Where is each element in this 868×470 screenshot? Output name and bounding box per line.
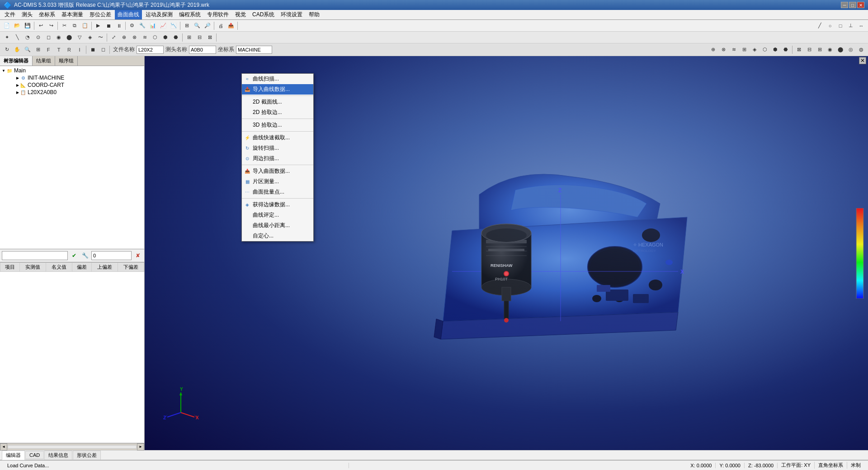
tb3-rotate[interactable]: ↻: [2, 45, 12, 55]
tb2-scan7[interactable]: ⬣: [171, 33, 181, 43]
tab-sequence[interactable]: 顺序组: [55, 56, 78, 66]
tb-print[interactable]: 🖨: [216, 21, 226, 31]
tb2-circle2[interactable]: ⊙: [33, 33, 43, 43]
tb3-iso[interactable]: I: [75, 45, 85, 55]
bottom-tab-shape[interactable]: 形状公差: [73, 451, 101, 460]
tb2-scan6[interactable]: ⬢: [160, 33, 170, 43]
tb-line[interactable]: ╱: [815, 21, 825, 31]
scroll-right-btn[interactable]: ►: [137, 443, 144, 451]
expand-coord[interactable]: ▶: [16, 83, 19, 87]
ctx-edge-data[interactable]: ◈ 获得边缘数据...: [242, 199, 313, 210]
tb2-curve[interactable]: 〜: [95, 33, 105, 43]
tb3-zoom[interactable]: 🔍: [23, 45, 33, 55]
meas-clear-btn[interactable]: ✘: [133, 251, 142, 260]
tb3-shade[interactable]: ◼: [88, 45, 98, 55]
tb3-r8[interactable]: ⬣: [781, 45, 791, 55]
menu-env[interactable]: 环境设置: [278, 10, 305, 19]
tb-export[interactable]: 📤: [226, 21, 236, 31]
expand-l20x2[interactable]: ▶: [16, 90, 19, 95]
expand-init[interactable]: ▶: [16, 76, 19, 80]
tb-pause[interactable]: ⏸: [114, 21, 124, 31]
tb3-top[interactable]: T: [54, 45, 64, 55]
meas-number-input[interactable]: [91, 251, 132, 260]
tb3-r15[interactable]: ◍: [856, 45, 866, 55]
tb3-front[interactable]: F: [43, 45, 53, 55]
tb-undo[interactable]: ↩: [36, 21, 46, 31]
tb3-r1[interactable]: ⊕: [708, 45, 718, 55]
tb-settings2[interactable]: 🔧: [137, 21, 147, 31]
tb-dim[interactable]: ↔: [856, 21, 866, 31]
tb-new[interactable]: 📄: [2, 21, 12, 31]
scroll-track[interactable]: [8, 445, 137, 449]
menu-file[interactable]: 文件: [2, 10, 18, 19]
tb-settings3[interactable]: 📊: [148, 21, 158, 31]
tb-stop[interactable]: ⏹: [104, 21, 113, 31]
tb-open[interactable]: 📂: [12, 21, 22, 31]
tb-zoom-out[interactable]: 🔎: [203, 21, 212, 31]
tb-cut[interactable]: ✂: [59, 21, 69, 31]
tb2-cone[interactable]: ▽: [75, 33, 85, 43]
minimize-button[interactable]: ─: [841, 2, 848, 8]
ctx-self-center[interactable]: 自定心...: [242, 231, 313, 241]
tab-results-group[interactable]: 结果组: [33, 56, 55, 66]
tb3-r11[interactable]: ⊞: [815, 45, 825, 55]
ctx-region-meas[interactable]: ▦ 片区测量...: [242, 176, 313, 187]
tb-zoom-fit[interactable]: ⊞: [182, 21, 192, 31]
tb2-sphere[interactable]: ◉: [54, 33, 64, 43]
ctx-rotate-scan[interactable]: ↻ 旋转扫描...: [242, 143, 313, 153]
tb3-pan[interactable]: ✋: [12, 45, 22, 55]
ctx-quick-extract[interactable]: ⚡ 曲线快速截取...: [242, 133, 313, 143]
tb3-r13[interactable]: ⬤: [835, 45, 845, 55]
ctx-curve-eval[interactable]: 曲线评定...: [242, 210, 313, 220]
ctx-2d-section[interactable]: 2D 截面线...: [242, 97, 313, 107]
probename-input[interactable]: [189, 46, 216, 54]
tb2-f3[interactable]: ⊠: [205, 33, 215, 43]
tb-paste[interactable]: 📋: [80, 21, 90, 31]
tb3-r12[interactable]: ◉: [825, 45, 835, 55]
menu-vision[interactable]: 视觉: [232, 10, 249, 19]
tb2-torus[interactable]: ◈: [85, 33, 95, 43]
filename-input[interactable]: [137, 46, 164, 54]
viewport[interactable]: ✕: [145, 56, 868, 450]
menu-motion[interactable]: 运动及探测: [143, 10, 175, 19]
tb-settings5[interactable]: 📉: [169, 21, 179, 31]
coordsys-input[interactable]: [236, 46, 272, 54]
tab-tree-editor[interactable]: 树形编辑器: [0, 56, 33, 66]
tb3-r7[interactable]: ⬢: [770, 45, 780, 55]
tb2-arc[interactable]: ◔: [23, 33, 33, 43]
measurement-text-input[interactable]: [2, 251, 68, 260]
tb3-right[interactable]: R: [64, 45, 74, 55]
scroll-left-btn[interactable]: ◄: [0, 443, 7, 451]
tb-settings4[interactable]: 📈: [158, 21, 168, 31]
tb2-scan2[interactable]: ⊕: [119, 33, 129, 43]
menu-special[interactable]: 专用软件: [204, 10, 231, 19]
tb3-r2[interactable]: ⊗: [718, 45, 728, 55]
viewport-close-btn[interactable]: ✕: [859, 57, 866, 64]
tb3-r5[interactable]: ◈: [750, 45, 760, 55]
bottom-tab-cad[interactable]: CAD: [25, 451, 44, 459]
tb2-scan5[interactable]: ⬡: [150, 33, 160, 43]
tb3-r6[interactable]: ⬡: [760, 45, 770, 55]
tb2-scan3[interactable]: ⊗: [129, 33, 139, 43]
menu-basic-meas[interactable]: 基本测量: [59, 10, 86, 19]
ctx-import-surface[interactable]: 📥 导入曲面数据...: [242, 166, 313, 176]
tree-item-l20x2[interactable]: ▶ 📋 L20X2A0B0: [1, 89, 143, 96]
tree-item-coord[interactable]: ▶ 📐 COORD-CART: [1, 81, 143, 89]
tb2-point[interactable]: ✦: [2, 33, 12, 43]
ctx-batch-points[interactable]: ⋯ 曲面批量点...: [242, 187, 313, 197]
restore-button[interactable]: □: [849, 2, 856, 8]
menu-tolerance[interactable]: 形位公差: [87, 10, 114, 19]
close-button[interactable]: ✕: [857, 2, 864, 8]
tb3-r9[interactable]: ⊠: [794, 45, 804, 55]
tb-measure[interactable]: ⊥: [846, 21, 856, 31]
menu-help[interactable]: 帮助: [306, 10, 322, 19]
tb3-r10[interactable]: ⊟: [804, 45, 814, 55]
meas-icon-btn[interactable]: 🔧: [80, 251, 90, 260]
tb-redo[interactable]: ↪: [46, 21, 56, 31]
menu-curve-surface[interactable]: 曲面曲线: [115, 10, 142, 19]
expand-main[interactable]: ▼: [2, 69, 5, 73]
bottom-tab-results[interactable]: 结果信息: [44, 451, 72, 460]
tb2-line2[interactable]: ╲: [12, 33, 22, 43]
tb-rect[interactable]: □: [835, 21, 845, 31]
ctx-curve-scan[interactable]: ≈ 曲线扫描...: [242, 74, 313, 84]
